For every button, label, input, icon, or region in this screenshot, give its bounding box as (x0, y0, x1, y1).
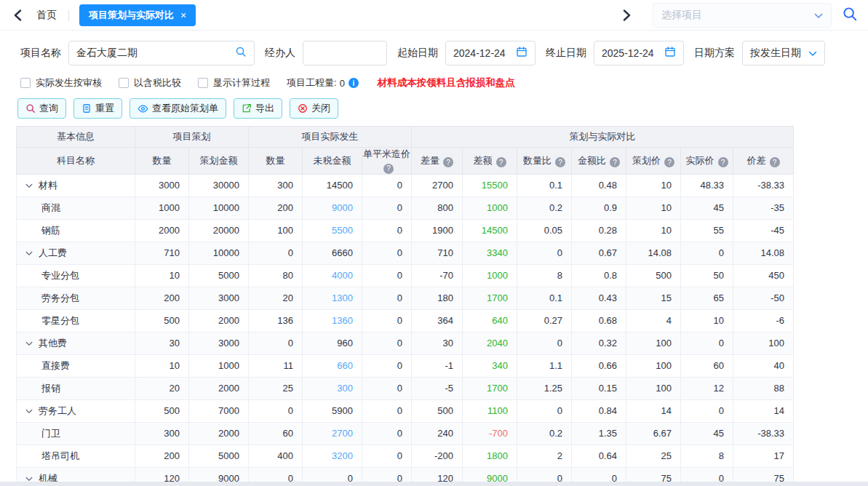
checkbox-icon[interactable] (198, 78, 208, 88)
value-cell: 14500 (303, 174, 362, 196)
value-cell: 20 (135, 377, 189, 399)
untaxed-amount-link[interactable]: 660 (337, 360, 353, 371)
value-cell: 3340 (463, 242, 517, 264)
collapse-icon[interactable] (25, 338, 33, 348)
checkbox-actual-by-audit[interactable]: 实际发生按审核 (20, 76, 102, 89)
subject-name-cell: 劳务工人 (17, 399, 135, 422)
collapse-icon[interactable] (25, 180, 33, 191)
column-header: 价差? (733, 148, 794, 175)
value-cell: 2000 (135, 219, 189, 242)
project-select-placeholder: 选择项目 (661, 9, 702, 22)
query-button[interactable]: 查询 (17, 98, 66, 119)
end-date-input[interactable] (602, 47, 664, 59)
subject-name: 专业分包 (41, 270, 79, 281)
value-cell: 0 (362, 287, 412, 309)
value-cell: 100 (249, 219, 303, 242)
value-cell: -5 (412, 377, 463, 399)
search-icon[interactable] (842, 6, 858, 25)
home-link[interactable]: 首页 (36, 9, 57, 22)
value-cell: 7000 (189, 399, 249, 422)
end-date-field[interactable] (594, 41, 684, 65)
project-quantity: 项目工程量: 0 i (287, 76, 359, 89)
table-row: 塔吊司机200500040032000-200180020.6425817 (17, 445, 794, 467)
horizontal-scrollbar[interactable] (0, 482, 868, 486)
value-cell: 0.9 (572, 196, 626, 219)
start-date-field[interactable] (445, 41, 535, 65)
end-date-label: 终止日期 (546, 47, 586, 60)
search-icon[interactable] (235, 46, 247, 60)
tab-project-comparison[interactable]: 项目策划与实际对比 × (79, 4, 196, 26)
value-cell: 14.08 (626, 242, 681, 264)
value-cell: 300 (249, 174, 303, 196)
untaxed-amount-link[interactable]: 9000 (332, 202, 353, 213)
value-cell: 5900 (303, 399, 362, 422)
untaxed-amount-link[interactable]: 5500 (332, 225, 353, 236)
calendar-icon[interactable] (516, 46, 527, 60)
agent-field[interactable] (303, 41, 387, 65)
value-cell: 960 (303, 332, 362, 354)
help-icon[interactable]: ? (718, 157, 728, 167)
value-cell: 10 (135, 354, 189, 377)
collapse-icon[interactable] (25, 405, 33, 416)
agent-input[interactable] (311, 47, 379, 59)
untaxed-amount-link[interactable]: 300 (337, 383, 353, 394)
value-cell: 0.27 (517, 309, 572, 332)
untaxed-amount-link[interactable]: 1300 (332, 292, 353, 303)
value-cell: 180 (412, 287, 463, 309)
start-date-input[interactable] (453, 47, 516, 59)
help-icon[interactable]: ? (664, 157, 674, 167)
collapse-icon[interactable] (25, 247, 33, 258)
untaxed-amount-link[interactable]: 4000 (332, 270, 353, 281)
close-button[interactable]: 关闭 (290, 98, 338, 119)
column-header: 科目名称 (17, 148, 135, 175)
help-icon[interactable]: ? (555, 157, 565, 167)
project-select[interactable]: 选择项目 (653, 3, 832, 28)
date-scheme-select[interactable]: 按发生日期 (742, 41, 825, 65)
view-original-plan-button[interactable]: 查看原始策划单 (130, 98, 226, 119)
table-row: 材料3000300003001450002700155000.10.481048… (17, 174, 794, 196)
column-header: 差额? (463, 148, 517, 175)
help-icon[interactable]: ? (383, 164, 394, 174)
tab-close-icon[interactable]: × (180, 9, 186, 21)
column-header: 单平米造价? (362, 148, 412, 175)
value-cell: 0 (362, 242, 412, 264)
value-cell: 0.05 (517, 219, 572, 242)
project-name-field[interactable] (68, 41, 255, 65)
value-cell: 500 (135, 399, 189, 422)
checkbox-icon[interactable] (20, 78, 31, 88)
project-name-input[interactable] (76, 47, 235, 59)
value-cell: 2000 (189, 377, 249, 399)
project-quantity-value: 0 (340, 78, 345, 89)
help-icon[interactable]: ? (770, 157, 780, 167)
help-icon[interactable]: ? (496, 157, 506, 167)
value-cell: 50 (681, 264, 733, 287)
calendar-icon[interactable] (664, 46, 676, 60)
value-cell: 0 (517, 399, 572, 422)
info-icon[interactable]: i (349, 78, 359, 88)
value-cell: 3000 (135, 174, 189, 196)
untaxed-amount-link[interactable]: 3200 (332, 450, 353, 461)
value-cell: 0 (249, 332, 303, 354)
table-row: 直接费101000116600-13401.10.661006040 (17, 354, 794, 377)
forward-icon[interactable] (618, 7, 635, 24)
value-cell: 300 (135, 422, 189, 445)
group-header: 基本信息 (17, 127, 135, 148)
export-button[interactable]: 导出 (234, 98, 282, 119)
checkbox-compare-with-tax[interactable]: 以含税比较 (119, 76, 181, 89)
help-icon[interactable]: ? (443, 157, 453, 167)
value-cell: 0 (249, 242, 303, 264)
value-cell: 0 (362, 422, 412, 445)
value-cell: 1800 (463, 445, 517, 467)
untaxed-amount-link[interactable]: 2700 (332, 428, 353, 439)
column-header: 实际价? (681, 148, 733, 175)
reset-button[interactable]: 重置 (73, 98, 122, 119)
back-icon[interactable] (9, 7, 26, 24)
value-cell: 30 (135, 332, 189, 354)
subject-name-cell: 钢筋 (17, 219, 135, 242)
value-cell: 3000 (189, 332, 249, 354)
help-icon[interactable]: ? (610, 157, 620, 167)
value-cell: 3200 (303, 445, 362, 467)
checkbox-show-calculation[interactable]: 显示计算过程 (198, 76, 270, 89)
checkbox-icon[interactable] (119, 78, 129, 88)
untaxed-amount-link[interactable]: 1360 (332, 315, 353, 326)
